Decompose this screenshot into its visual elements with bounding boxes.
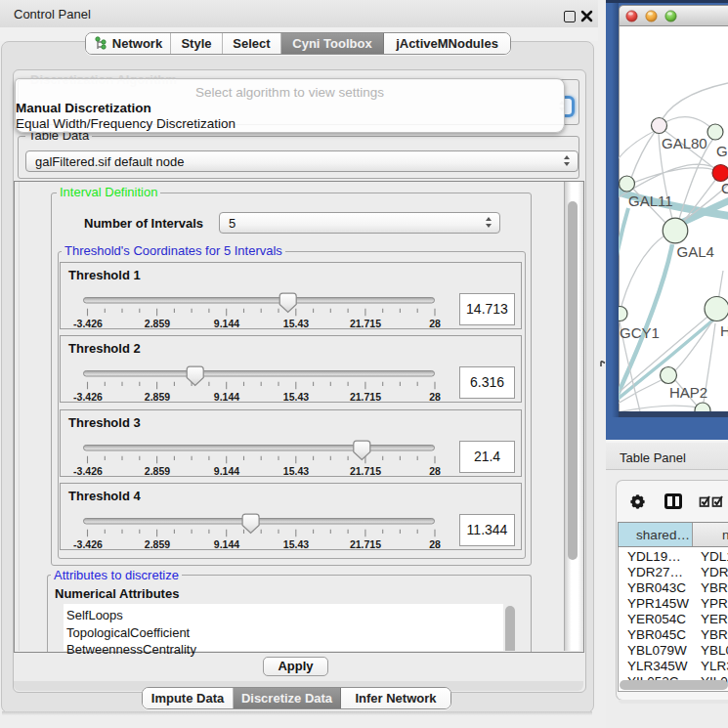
svg-text:GAL11: GAL11	[628, 193, 673, 209]
svg-text:H: H	[720, 322, 728, 339]
svg-text:GAL80: GAL80	[662, 135, 707, 151]
svg-text:C: C	[721, 180, 728, 196]
svg-text:GAL4: GAL4	[677, 243, 714, 260]
svg-text:GCY1: GCY1	[620, 324, 660, 341]
svg-text:HAP2: HAP2	[669, 384, 707, 401]
svg-text:G.: G.	[716, 143, 728, 159]
